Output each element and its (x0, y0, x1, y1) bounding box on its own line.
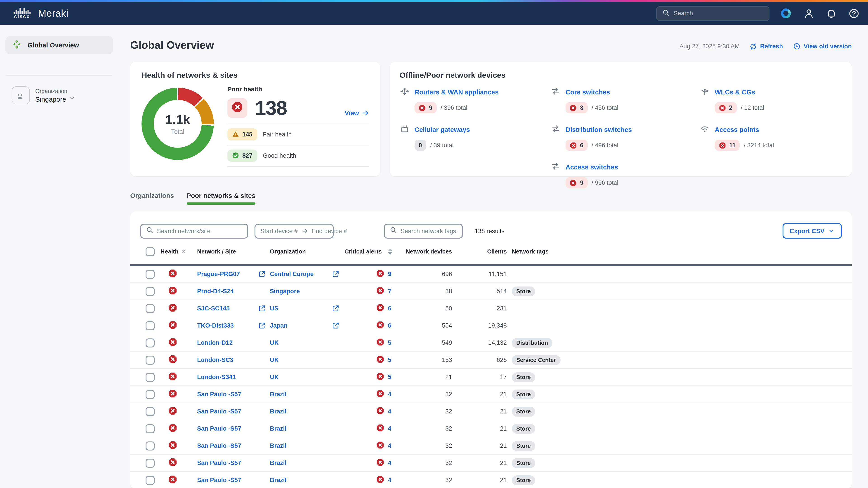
column-header-critical-alerts[interactable]: Critical alerts (344, 248, 382, 255)
search-network-tags-input[interactable]: Search network tags (384, 223, 463, 238)
organization-link[interactable]: UK (270, 357, 279, 363)
external-link-icon[interactable] (332, 322, 340, 329)
row-checkbox[interactable] (146, 304, 155, 313)
export-csv-label: Export CSV (790, 227, 825, 234)
external-link-icon[interactable] (332, 304, 340, 312)
network-site-link[interactable]: San Paulo -S57 (197, 425, 241, 432)
range-start-placeholder: Start device # (260, 228, 298, 234)
critical-alerts-link[interactable]: 6 (388, 305, 391, 312)
row-checkbox[interactable] (146, 458, 155, 467)
organization-selector[interactable]: Organization Singapore (12, 86, 113, 104)
column-header-network-site[interactable]: Network / Site (197, 248, 236, 255)
organization-link[interactable]: Brazil (270, 442, 287, 449)
organization-link[interactable]: Brazil (270, 391, 287, 398)
device-range-input[interactable]: Start device # End device # (254, 223, 334, 238)
column-header-network-devices[interactable]: Network devices (398, 248, 452, 255)
global-search-input[interactable]: Search (656, 6, 770, 21)
offline-devices-card: Offline/Poor network devices Routers & W… (390, 62, 852, 176)
critical-alerts-link[interactable]: 4 (388, 425, 391, 432)
row-checkbox[interactable] (146, 269, 155, 279)
network-site-link[interactable]: San Paulo -S57 (197, 442, 241, 449)
organization-link[interactable]: Brazil (270, 459, 287, 466)
refresh-button[interactable]: Refresh (750, 43, 783, 50)
device-type-link[interactable]: Distribution switches (565, 126, 632, 133)
tab-organizations[interactable]: Organizations (130, 192, 174, 205)
device-type-link[interactable]: Cellular gateways (414, 126, 470, 133)
external-link-icon[interactable] (258, 270, 266, 278)
network-site-link[interactable]: Prod-D4-S24 (197, 288, 234, 295)
help-icon[interactable] (848, 7, 860, 19)
critical-alerts-link[interactable]: 5 (388, 374, 391, 381)
network-site-link[interactable]: San Paulo -S57 (197, 477, 241, 484)
critical-alerts-link[interactable]: 9 (388, 271, 391, 278)
organization-link[interactable]: Central Europe (270, 271, 314, 278)
column-header-network-tags[interactable]: Network tags (507, 248, 852, 255)
device-type-link[interactable]: Routers & WAN appliances (414, 89, 499, 96)
critical-alerts-link[interactable]: 4 (388, 442, 391, 449)
critical-alerts-link[interactable]: 4 (388, 408, 391, 415)
view-poor-health-link[interactable]: View (345, 109, 369, 117)
device-type-link[interactable]: Core switches (565, 89, 610, 96)
health-donut-chart: 1.1k Total (142, 88, 214, 160)
device-type-link[interactable]: WLCs & CGs (715, 89, 755, 96)
critical-alerts-link[interactable]: 5 (388, 357, 391, 363)
external-link-icon[interactable] (332, 270, 340, 278)
search-network-site-input[interactable]: Search network/site (140, 223, 248, 238)
critical-alerts-link[interactable]: 7 (388, 288, 391, 295)
network-site-link[interactable]: London-SC3 (197, 357, 234, 363)
organization-link[interactable]: Brazil (270, 408, 287, 415)
organization-link[interactable]: Brazil (270, 477, 287, 484)
network-site-link[interactable]: TKO-Dist333 (197, 322, 234, 329)
row-checkbox[interactable] (146, 441, 155, 450)
device-type-link[interactable]: Access switches (565, 164, 618, 171)
row-checkbox[interactable] (146, 287, 155, 296)
info-icon[interactable] (181, 248, 185, 255)
network-devices-count: 32 (398, 425, 452, 432)
device-type-link[interactable]: Access points (715, 126, 759, 133)
column-header-health[interactable]: Health (160, 248, 178, 255)
critical-alerts-link[interactable]: 4 (388, 391, 391, 398)
organization-link[interactable]: UK (270, 339, 279, 346)
row-checkbox[interactable] (146, 407, 155, 416)
critical-alerts-link[interactable]: 4 (388, 459, 391, 466)
row-checkbox[interactable] (146, 355, 155, 364)
notifications-bell-icon[interactable] (826, 7, 837, 19)
account-icon[interactable] (803, 7, 815, 19)
external-link-icon[interactable] (258, 304, 266, 312)
organization-link[interactable]: Singapore (270, 288, 300, 295)
magnetic-assistant-icon[interactable] (780, 7, 792, 19)
clients-count: 21 (452, 408, 507, 415)
device-count-badge: 11 (715, 140, 740, 151)
network-site-link[interactable]: SJC-SC145 (197, 305, 230, 312)
select-all-checkbox[interactable] (146, 247, 155, 256)
network-site-link[interactable]: London-S341 (197, 374, 236, 381)
export-csv-button[interactable]: Export CSV (782, 223, 842, 238)
organization-link[interactable]: Japan (270, 322, 287, 329)
critical-alerts-link[interactable]: 6 (388, 322, 391, 329)
row-checkbox[interactable] (146, 476, 155, 485)
critical-alert-icon (376, 303, 384, 313)
critical-alerts-link[interactable]: 4 (388, 477, 391, 484)
sidebar-item-global-overview[interactable]: Global Overview (5, 36, 113, 54)
organization-link[interactable]: Brazil (270, 425, 287, 432)
network-site-link[interactable]: San Paulo -S57 (197, 459, 241, 466)
row-checkbox[interactable] (146, 321, 155, 330)
column-header-organization[interactable]: Organization (270, 248, 306, 255)
network-site-link[interactable]: San Paulo -S57 (197, 408, 241, 415)
critical-alerts-link[interactable]: 5 (388, 339, 391, 346)
view-old-version-button[interactable]: View old version (793, 42, 852, 50)
external-link-icon[interactable] (258, 322, 266, 329)
critical-alert-icon (376, 406, 384, 416)
row-checkbox[interactable] (146, 390, 155, 399)
network-site-link[interactable]: San Paulo -S57 (197, 391, 241, 398)
row-checkbox[interactable] (146, 424, 155, 433)
tab-poor-networks-sites[interactable]: Poor networks & sites (186, 192, 255, 205)
network-site-link[interactable]: London-D12 (197, 339, 233, 346)
organization-link[interactable]: UK (270, 374, 279, 381)
sort-icon[interactable] (388, 248, 393, 255)
row-checkbox[interactable] (146, 338, 155, 347)
network-site-link[interactable]: Prague-PRG07 (197, 271, 240, 278)
organization-link[interactable]: US (270, 305, 278, 312)
row-checkbox[interactable] (146, 372, 155, 382)
column-header-clients[interactable]: Clients (452, 248, 507, 255)
